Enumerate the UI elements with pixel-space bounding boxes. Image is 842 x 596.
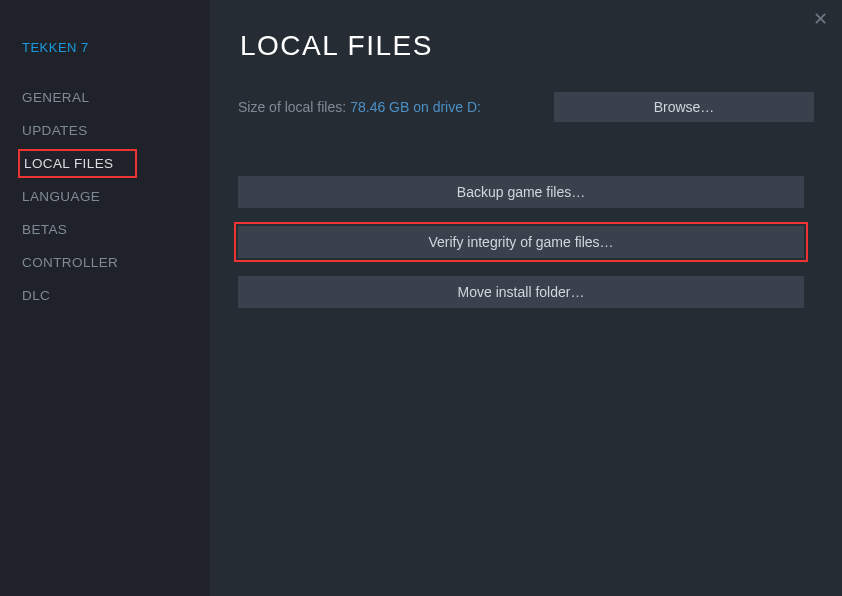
move-install-folder-button[interactable]: Move install folder… bbox=[238, 276, 804, 308]
nav-item-language[interactable]: LANGUAGE bbox=[22, 182, 106, 211]
nav-item-updates[interactable]: UPDATES bbox=[22, 116, 94, 145]
nav-item-betas[interactable]: BETAS bbox=[22, 215, 73, 244]
game-title: TEKKEN 7 bbox=[22, 40, 210, 55]
page-title: LOCAL FILES bbox=[240, 30, 814, 62]
sidebar: TEKKEN 7 GENERAL UPDATES LOCAL FILES LAN… bbox=[0, 0, 210, 596]
main-panel: ✕ LOCAL FILES Size of local files: 78.46… bbox=[210, 0, 842, 596]
browse-button[interactable]: Browse… bbox=[554, 92, 814, 122]
nav-item-controller[interactable]: CONTROLLER bbox=[22, 248, 124, 277]
nav-item-general[interactable]: GENERAL bbox=[22, 83, 95, 112]
nav-item-local-files[interactable]: LOCAL FILES bbox=[18, 149, 137, 178]
close-icon[interactable]: ✕ bbox=[809, 6, 832, 32]
size-value[interactable]: 78.46 GB on drive D: bbox=[350, 99, 481, 115]
size-info-row: Size of local files: 78.46 GB on drive D… bbox=[238, 92, 814, 122]
nav-item-dlc[interactable]: DLC bbox=[22, 281, 56, 310]
verify-integrity-button[interactable]: Verify integrity of game files… bbox=[238, 226, 804, 258]
backup-button[interactable]: Backup game files… bbox=[238, 176, 804, 208]
size-label: Size of local files: bbox=[238, 99, 346, 115]
